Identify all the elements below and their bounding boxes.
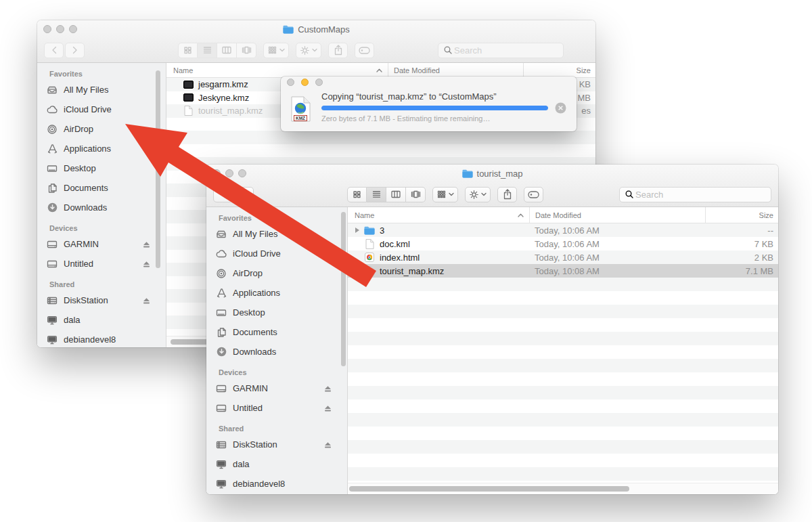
sidebar-item-airdrop[interactable]: AirDrop <box>206 263 347 283</box>
sidebar-item-diskstation[interactable]: DiskStation <box>206 435 347 454</box>
sidebar-item-airdrop[interactable]: AirDrop <box>37 119 166 139</box>
sidebar-item-icloud-drive[interactable]: iCloud Drive <box>206 244 347 263</box>
empty-row <box>348 372 778 386</box>
display-icon <box>215 479 227 489</box>
file-row-index-html[interactable]: index.htmlToday, 10:06 AM2 KB <box>348 251 778 264</box>
desktop-icon <box>215 308 227 318</box>
toolbar-group <box>432 187 458 202</box>
column-header-date[interactable]: Date Modified <box>529 207 705 223</box>
sidebar-item-debiandevel8[interactable]: debiandevel8 <box>37 330 166 347</box>
search-field[interactable] <box>438 43 564 58</box>
minimize-button[interactable] <box>301 79 309 86</box>
column-header-size[interactable]: Size <box>523 63 595 77</box>
minimize-button[interactable] <box>225 169 233 177</box>
arrange-button[interactable] <box>263 43 289 58</box>
arrange-button[interactable] <box>432 187 458 202</box>
column-header-date[interactable]: Date Modified <box>388 63 523 77</box>
list-view-button[interactable] <box>198 43 217 58</box>
file-row-doc-kml[interactable]: doc.kmlToday, 10:06 AM7 KB <box>348 237 778 251</box>
sidebar-item-documents[interactable]: Documents <box>37 178 166 198</box>
toolbar-group <box>213 187 255 202</box>
file-row-tourist-map-kmz[interactable]: tourist_map.kmzToday, 10:08 AM7.1 MB <box>348 264 778 278</box>
sidebar-item-dala[interactable]: dala <box>206 454 347 474</box>
all-my-files-icon <box>215 229 227 240</box>
sidebar-item-applications[interactable]: Applications <box>37 139 166 158</box>
disclosure-triangle-icon[interactable] <box>355 227 364 234</box>
sidebar-item-garmin[interactable]: GARMIN <box>206 378 347 398</box>
horizontal-scrollbar-thumb[interactable] <box>349 486 629 492</box>
sidebar-item-diskstation[interactable]: DiskStation <box>37 290 166 310</box>
sidebar-scrollbar-thumb[interactable] <box>341 212 346 366</box>
sidebar-item-icloud-drive[interactable]: iCloud Drive <box>37 100 166 119</box>
sidebar-item-dala[interactable]: dala <box>37 310 166 330</box>
toolbar-group <box>465 187 491 202</box>
sidebar-item-label: Untitled <box>64 259 93 269</box>
share-button[interactable] <box>497 187 517 202</box>
sidebar-item-applications[interactable]: Applications <box>206 283 347 303</box>
back-button[interactable] <box>213 187 233 202</box>
eject-icon[interactable] <box>323 385 332 393</box>
sidebar-item-desktop[interactable]: Desktop <box>37 158 166 178</box>
close-button[interactable] <box>287 79 294 86</box>
forward-button[interactable] <box>234 187 254 202</box>
zoom-button[interactable] <box>69 25 77 33</box>
window-title: CustomMaps <box>283 24 350 35</box>
column-header-name[interactable]: Name <box>166 63 388 77</box>
zoom-button[interactable] <box>238 169 246 177</box>
coverflow-view-button[interactable] <box>406 187 426 202</box>
desktop-icon <box>46 164 58 173</box>
tag-button[interactable] <box>524 187 543 202</box>
sidebar-item-garmin[interactable]: GARMIN <box>37 234 166 254</box>
zoom-button[interactable] <box>315 79 323 86</box>
sidebar-item-all-my-files[interactable]: All My Files <box>206 224 347 244</box>
file-row-3[interactable]: 3Today, 10:06 AM-- <box>348 223 778 237</box>
forward-button[interactable] <box>65 43 85 58</box>
action-button[interactable] <box>296 43 321 58</box>
sidebar-item-downloads[interactable]: Downloads <box>37 198 166 217</box>
column-view-button[interactable] <box>217 43 237 58</box>
eject-icon[interactable] <box>323 441 332 449</box>
cancel-copy-button[interactable] <box>555 102 566 114</box>
sidebar-item-documents[interactable]: Documents <box>206 322 347 342</box>
list-view-button[interactable] <box>367 187 386 202</box>
action-button[interactable] <box>465 187 491 202</box>
close-button[interactable] <box>43 25 51 33</box>
column-header-size[interactable]: Size <box>705 207 778 223</box>
titlebar[interactable]: CustomMaps <box>37 20 595 38</box>
search-input[interactable] <box>453 45 558 56</box>
tag-button[interactable] <box>355 43 374 58</box>
sidebar-scrollbar-thumb[interactable] <box>156 70 160 268</box>
sidebar-item-downloads[interactable]: Downloads <box>206 342 347 362</box>
column-view-button[interactable] <box>386 187 406 202</box>
sidebar-section-label: Shared <box>37 280 166 288</box>
share-button[interactable] <box>328 43 348 58</box>
sidebar-item-untitled[interactable]: Untitled <box>37 254 166 274</box>
column-header-name[interactable]: Name <box>348 207 529 223</box>
close-button[interactable] <box>212 169 221 177</box>
search-field[interactable] <box>619 187 771 202</box>
display-icon <box>46 316 58 325</box>
column-headers: Name Date Modified Size <box>348 207 778 223</box>
sidebar-item-label: Desktop <box>64 163 96 173</box>
eject-icon[interactable] <box>142 260 151 268</box>
eject-icon[interactable] <box>142 297 151 305</box>
doc-icon <box>183 106 194 116</box>
titlebar[interactable]: tourist_map <box>206 165 778 182</box>
back-button[interactable] <box>44 43 64 58</box>
sidebar-item-untitled[interactable]: Untitled <box>206 398 347 418</box>
sidebar-item-debiandevel8[interactable]: debiandevel8 <box>206 474 347 494</box>
eject-icon[interactable] <box>142 240 151 248</box>
sidebar-item-label: Downloads <box>64 202 107 213</box>
minimize-button[interactable] <box>56 25 64 33</box>
sidebar-item-desktop[interactable]: Desktop <box>206 303 347 322</box>
toolbar-group <box>524 187 543 202</box>
icon-view-button[interactable] <box>347 187 367 202</box>
search-input[interactable] <box>634 189 766 200</box>
coverflow-view-button[interactable] <box>237 43 256 58</box>
sidebar-item-all-my-files[interactable]: All My Files <box>37 80 166 100</box>
horizontal-scrollbar <box>348 483 778 494</box>
sidebar-item-label: iCloud Drive <box>233 248 281 259</box>
icon-view-button[interactable] <box>178 43 198 58</box>
eject-icon[interactable] <box>323 404 332 412</box>
kmz-file-icon: KMZ <box>291 96 311 125</box>
